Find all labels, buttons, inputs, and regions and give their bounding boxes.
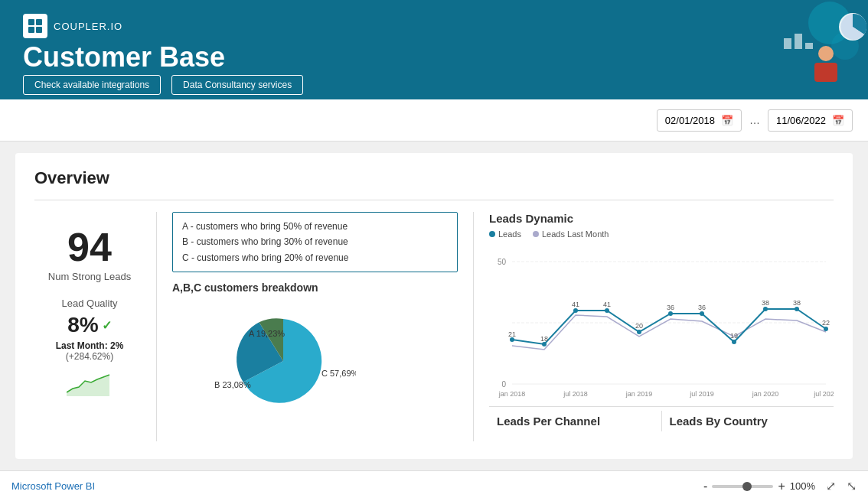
integrations-button[interactable]: Check available integrations — [23, 75, 161, 95]
legend-leads: Leads — [489, 229, 521, 239]
svg-text:41: 41 — [572, 301, 579, 308]
svg-rect-3 — [36, 27, 42, 33]
svg-text:jan 2020: jan 2020 — [752, 390, 779, 398]
calendar-icon: 📅 — [721, 115, 733, 126]
svg-text:0: 0 — [501, 380, 506, 389]
growth-value: (+284.62%) — [66, 351, 113, 362]
svg-rect-7 — [784, 38, 791, 49]
zoom-minus[interactable]: - — [703, 480, 707, 493]
svg-text:jul 2019: jul 2019 — [689, 390, 714, 398]
svg-rect-9 — [805, 43, 813, 49]
legend-b: B - customers who bring 30% of revenue — [182, 234, 448, 249]
end-date-value: 11/06/2022 — [776, 115, 826, 126]
svg-text:jan 2018: jan 2018 — [498, 390, 526, 398]
svg-text:38: 38 — [793, 299, 801, 307]
overview-divider — [34, 200, 834, 200]
main-content: Overview 94 Num Strong Leads Lead Qualit… — [0, 142, 868, 470]
breakdown-col: A - customers who bring 50% of revenue B… — [172, 212, 458, 441]
logo-area: COUPLER.IO — [23, 14, 122, 38]
svg-point-38 — [824, 327, 828, 331]
coupler-logo-icon — [23, 14, 47, 38]
leads-dynamic-title: Leads Dynamic — [489, 212, 834, 225]
date-separator: … — [749, 114, 760, 126]
logo-text: COUPLER.IO — [54, 21, 122, 32]
svg-point-30 — [700, 311, 704, 316]
consultancy-button[interactable]: Data Consultancy services — [171, 75, 303, 95]
leads-dot — [489, 231, 495, 237]
svg-rect-0 — [28, 19, 34, 25]
svg-text:jan 2019: jan 2019 — [625, 390, 653, 398]
header-illustration — [715, 0, 868, 99]
svg-point-34 — [763, 307, 768, 311]
svg-point-28 — [668, 311, 673, 316]
svg-text:36: 36 — [698, 304, 706, 311]
svg-text:41: 41 — [603, 301, 611, 308]
bottom-bar: Microsoft Power BI - + 100% ⤢ ⤡ — [0, 470, 868, 501]
end-date-input[interactable]: 11/06/2022 📅 — [768, 109, 853, 132]
svg-text:38: 38 — [762, 299, 769, 307]
start-date-input[interactable]: 02/01/2018 📅 — [657, 109, 742, 132]
num-leads-label: Num Strong Leads — [48, 271, 131, 282]
pie-chart-container: A 19,23% B 23,08% C 57,69% — [172, 300, 356, 422]
quality-label: Lead Quality — [62, 298, 118, 309]
check-icon: ✓ — [102, 318, 112, 333]
date-range-bar: 02/01/2018 📅 … 11/06/2022 📅 — [0, 99, 868, 142]
header: COUPLER.IO Customer Base Check available… — [0, 0, 868, 99]
zoom-control: - + 100% — [703, 480, 815, 493]
abc-legend: A - customers who bring 50% of revenue B… — [172, 212, 458, 272]
legend-c: C - customers who bring 20% of revenue — [182, 250, 448, 265]
sparkline-chart — [67, 366, 113, 396]
fullscreen-icon[interactable]: ⤢ — [826, 479, 836, 493]
pie-label-c: C 57,69% — [321, 369, 356, 378]
last-month-label: Last Month: 2% — [56, 340, 124, 351]
bottom-section-titles: Leads Per Channel Leads By Country — [489, 406, 834, 431]
svg-text:22: 22 — [822, 319, 830, 327]
svg-point-26 — [637, 330, 641, 334]
zoom-slider[interactable] — [712, 485, 773, 488]
svg-text:19: 19 — [730, 332, 738, 340]
svg-rect-1 — [36, 19, 42, 25]
right-section: Leads Dynamic Leads Leads Last Month — [474, 212, 834, 441]
svg-text:jul 2018: jul 2018 — [563, 390, 588, 398]
svg-point-24 — [605, 308, 609, 313]
overview-title: Overview — [34, 168, 834, 188]
svg-marker-12 — [67, 375, 109, 396]
leads-dynamic-chart: 50 0 21 18 41 41 20 — [489, 246, 834, 399]
svg-text:20: 20 — [635, 322, 643, 330]
legend-a: A - customers who bring 50% of revenue — [182, 219, 448, 234]
svg-text:36: 36 — [667, 304, 674, 311]
pie-label-a: A 19,23% — [249, 329, 285, 338]
overview-card: Overview 94 Num Strong Leads Lead Qualit… — [15, 153, 853, 459]
overview-body: 94 Num Strong Leads Lead Quality 8% ✓ La… — [34, 212, 834, 441]
last-month-dot — [533, 231, 539, 237]
zoom-plus[interactable]: + — [778, 480, 785, 493]
svg-rect-11 — [814, 63, 837, 82]
calendar-icon-2: 📅 — [832, 115, 844, 126]
svg-rect-2 — [28, 27, 34, 33]
svg-point-22 — [573, 308, 578, 313]
svg-text:50: 50 — [498, 258, 507, 266]
breakdown-title: A,B,C customers breakdown — [172, 281, 458, 294]
start-date-value: 02/01/2018 — [665, 115, 715, 126]
quality-value: 8% ✓ — [67, 313, 111, 337]
svg-point-10 — [818, 46, 834, 61]
svg-text:jul 2020: jul 2020 — [813, 390, 834, 398]
svg-point-32 — [732, 340, 736, 344]
svg-text:21: 21 — [508, 330, 516, 338]
num-leads-value: 94 — [67, 227, 112, 267]
pie-label-b: B 23,08% — [214, 380, 251, 389]
left-section: 94 Num Strong Leads Lead Quality 8% ✓ La… — [34, 212, 474, 441]
leads-by-country-title: Leads By Country — [662, 411, 834, 431]
svg-point-36 — [795, 307, 799, 311]
powerbi-link[interactable]: Microsoft Power BI — [11, 480, 95, 492]
leads-per-channel-title: Leads Per Channel — [489, 411, 662, 431]
metrics-col: 94 Num Strong Leads Lead Quality 8% ✓ La… — [34, 212, 157, 441]
legend-last-month: Leads Last Month — [533, 229, 609, 239]
zoom-level: 100% — [790, 480, 815, 492]
zoom-thumb — [742, 482, 752, 491]
expand-icon[interactable]: ⤡ — [847, 479, 857, 493]
chart-legend: Leads Leads Last Month — [489, 229, 834, 239]
svg-text:18: 18 — [540, 335, 548, 343]
bottom-right-controls: - + 100% ⤢ ⤡ — [703, 479, 857, 493]
svg-rect-8 — [795, 34, 802, 49]
